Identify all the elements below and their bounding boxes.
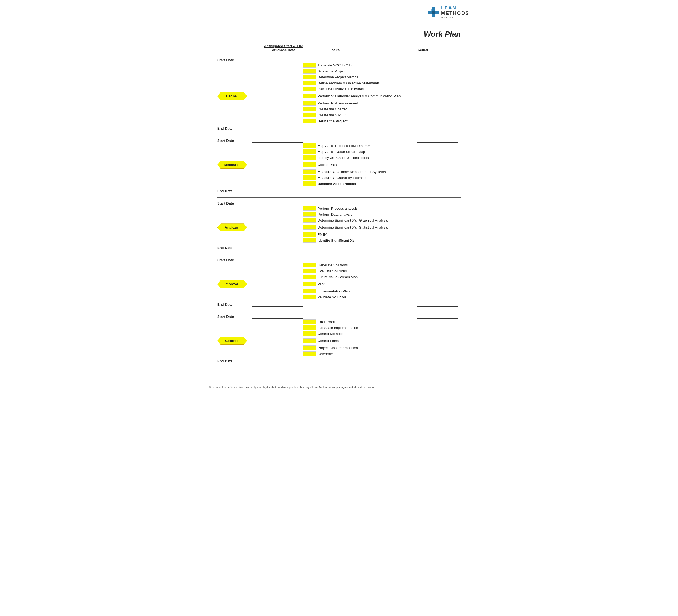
phase-arrow-measure: Measure (217, 160, 247, 169)
yellow-bar (303, 113, 316, 117)
task-text: Map As Is- Process Flow Diagram (317, 144, 417, 148)
yellow-bar-col (303, 162, 317, 167)
task-row: Map As Is- Process Flow Diagram (217, 143, 461, 149)
task-row: Calculate Financial Estimates (217, 86, 461, 92)
yellow-bar-col (303, 94, 317, 99)
end-date-line (253, 245, 303, 250)
start-date-line (253, 314, 303, 319)
yellow-bar-col (303, 268, 317, 274)
yellow-bar (303, 282, 316, 286)
end-date-actual (417, 245, 461, 250)
phase-arrow-cell: Define (217, 92, 253, 100)
task-row: Determine Project Metrics (217, 74, 461, 80)
task-text: Validate Solution (317, 295, 417, 299)
start-date-actual (417, 57, 461, 62)
task-text: Perform Data analysis (317, 212, 417, 216)
logo-icon (428, 7, 439, 17)
logo-area: LEAN METHODS GROUP (209, 5, 469, 19)
svg-rect-3 (431, 9, 432, 11)
yellow-bar-col (303, 113, 317, 117)
start-date-line (253, 201, 303, 205)
end-date-line (253, 188, 303, 193)
yellow-bar (303, 295, 316, 299)
yellow-bar (303, 351, 316, 356)
task-row: Define the Project (217, 118, 461, 124)
phase-section-analyze: Start Date Perform Process analysis Perf… (217, 199, 461, 254)
task-row: Create the SIPOC (217, 112, 461, 118)
yellow-bar-col (303, 238, 317, 243)
end-date-actual (417, 358, 461, 363)
yellow-bar-col (303, 282, 317, 286)
task-text: Perform Risk Assessment (317, 101, 417, 105)
yellow-bar (303, 75, 316, 79)
end-date-row-control: End Date (217, 357, 461, 363)
logo-methods: METHODS (441, 11, 469, 16)
task-row: Control Control Plans (217, 337, 461, 345)
phase-section-measure: Start Date Map As Is- Process Flow Diagr… (217, 136, 461, 198)
yellow-bar-col (303, 212, 317, 217)
task-text: Celebrate (317, 352, 417, 356)
yellow-bar (303, 155, 316, 160)
yellow-bar (303, 289, 316, 293)
start-date-row-improve: Start Date (217, 255, 461, 262)
task-row: Perform Risk Assessment (217, 100, 461, 106)
actual-header: Actual (417, 48, 461, 52)
logo-text: LEAN METHODS GROUP (441, 5, 469, 19)
start-date-row-control: Start Date (217, 312, 461, 319)
yellow-bar (303, 275, 316, 279)
task-text: Define the Project (317, 119, 417, 123)
yellow-bar-col (303, 143, 317, 148)
yellow-bar-col (303, 86, 317, 92)
yellow-bar (303, 69, 316, 73)
yellow-bar (303, 107, 316, 111)
task-row: Map As Is - Value Stream Map (217, 149, 461, 155)
yellow-bar (303, 218, 316, 223)
phase-arrow-cell: Analyze (217, 223, 253, 231)
task-text: Measure Y- Capability Estimates (317, 176, 417, 180)
end-date-label: End Date (217, 359, 253, 363)
task-row: Validate Solution (217, 294, 461, 300)
yellow-bar-col (303, 69, 317, 73)
yellow-bar (303, 149, 316, 154)
task-row: Control Methods (217, 331, 461, 337)
yellow-bar (303, 212, 316, 217)
task-row: Project Closure /transition (217, 345, 461, 351)
task-row: Evaluate Solutions (217, 268, 461, 274)
task-row: Perform Process analysis (217, 205, 461, 211)
yellow-bar-col (303, 289, 317, 293)
logo-lean: LEAN (441, 5, 469, 11)
task-text: Perform Stakeholder Analysis & Communica… (317, 94, 417, 98)
phase-arrow-cell: Measure (217, 160, 253, 169)
task-row: Generate Solutions (217, 262, 461, 268)
start-date-actual (417, 201, 461, 205)
yellow-bar-col (303, 206, 317, 211)
yellow-bar (303, 80, 316, 85)
header-dates: Anticipated Start & End of Phase Date (253, 44, 315, 52)
end-date-row-improve: End Date (217, 300, 461, 306)
anticipated-header-1: Anticipated Start & End (253, 44, 315, 48)
phase-arrow-cell: Control (217, 337, 253, 345)
task-text: Collect Data (317, 163, 417, 167)
task-row: Create the Charter (217, 106, 461, 112)
phase-arrow-define: Define (217, 92, 247, 100)
yellow-bar (303, 206, 316, 211)
phase-section-improve: Start Date Generate Solutions Evaluate S… (217, 255, 461, 311)
task-text: Map As Is - Value Stream Map (317, 150, 417, 154)
yellow-bar (303, 325, 316, 330)
end-date-row-analyze: End Date (217, 243, 461, 250)
yellow-bar-col (303, 225, 317, 230)
task-text: Measure Y- Validate Measurement Systems (317, 170, 417, 174)
yellow-bar-col (303, 101, 317, 106)
work-plan-title: Work Plan (217, 30, 461, 38)
task-text: Control Methods (317, 332, 417, 336)
end-date-line (253, 358, 303, 363)
yellow-bar (303, 169, 316, 174)
task-row: Full Scale Implementation (217, 325, 461, 331)
yellow-bar (303, 143, 316, 148)
yellow-bar (303, 345, 316, 350)
logo-container: LEAN METHODS GROUP (428, 5, 469, 19)
task-text: Pilot (317, 282, 417, 286)
yellow-bar (303, 232, 316, 237)
yellow-bar-col (303, 319, 317, 324)
yellow-bar (303, 225, 316, 230)
